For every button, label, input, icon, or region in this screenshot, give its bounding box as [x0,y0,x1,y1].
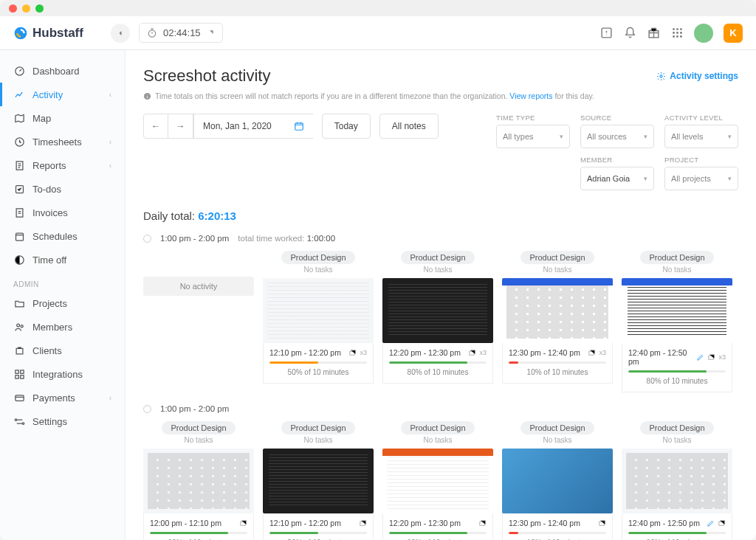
date-picker[interactable]: Mon, Jan 1, 2020 [193,114,313,139]
activity-bar [509,532,606,534]
block-range: 1:00 pm - 2:00 pm [160,404,229,413]
sidebar-item-invoices[interactable]: Invoices [0,201,125,224]
bell-icon[interactable] [623,27,636,40]
back-button[interactable] [111,24,130,43]
activity-bar [628,532,726,534]
source-select[interactable]: All sources▾ [580,125,654,148]
check-icon [13,183,25,195]
apps-grid-icon[interactable] [670,27,684,40]
filter-label: SOURCE [580,114,654,122]
screenshot-card[interactable]: Product Design No tasks 12:30 pm - 12:40… [502,420,613,540]
sidebar-item-clients[interactable]: Clients [0,339,125,362]
stopwatch-icon [147,28,157,38]
next-day-button[interactable]: → [168,114,193,139]
screenshot-thumbnail[interactable] [502,278,613,343]
edit-icon[interactable] [707,519,715,527]
screenshot-thumbnail[interactable] [263,449,374,513]
card-task-label: No tasks [502,436,613,444]
screenshot-thumbnail[interactable] [622,278,732,343]
timeoff-icon [13,254,25,266]
screenshot-thumbnail[interactable] [622,449,732,513]
sidebar-item-members[interactable]: Members [0,315,125,339]
screenshot-card[interactable]: Product Design No tasks 12:40 pm - 12:50… [622,420,732,540]
brand-name: Hubstaff [32,26,83,41]
screenshot-card[interactable]: Product Design No tasks 12:10 pm - 12:20… [263,420,374,540]
screenshot-thumbnail[interactable] [382,449,493,513]
user-avatar[interactable] [694,24,713,43]
sidebar-item-projects[interactable]: Projects [0,291,125,315]
brand-logo: Hubstaff [13,26,102,41]
svg-point-19 [16,324,19,327]
report-icon [13,159,25,171]
stack-icon [468,349,476,357]
view-reports-link[interactable]: View reports [509,91,552,100]
date-value: Mon, Jan 1, 2020 [203,121,272,131]
project-select[interactable]: All projects▾ [664,167,738,190]
sidebar-item-to-dos[interactable]: To-dos [0,177,125,201]
screenshot-card[interactable]: Product Design No tasks 12:20 pm - 12:30… [382,250,493,392]
member-select[interactable]: Adrian Goia▾ [580,167,654,190]
card-time-range: 12:40 pm - 12:50 pm [628,519,726,527]
sidebar-item-timesheets[interactable]: Timesheets ‹ [0,130,125,153]
screenshot-thumbnail[interactable] [502,449,613,513]
sidebar-item-activity[interactable]: Activity ‹ [0,83,125,106]
card-task-label: No tasks [502,266,613,274]
sidebar-item-payments[interactable]: Payments ‹ [0,386,125,409]
screenshot-card[interactable]: Product Design No tasks 12:40 pm - 12:50… [622,250,732,392]
time-type-select[interactable]: All types▾ [496,125,570,148]
help-icon[interactable] [599,27,613,40]
sidebar-item-label: Schedules [32,231,78,242]
screenshot-thumbnail[interactable] [263,278,374,343]
filter-label: PROJECT [664,156,738,164]
stack-icon [588,349,596,357]
screenshot-thumbnail[interactable] [143,449,254,513]
block-radio[interactable] [143,235,151,243]
card-project-tag: Product Design [281,251,354,264]
screenshot-card[interactable]: Product Design No tasks 12:20 pm - 12:30… [382,420,493,540]
minimize-window-icon[interactable] [22,4,30,13]
arrow-left-icon [116,29,125,38]
chevron-icon: ‹ [109,394,111,402]
block-meta: total time worked: 1:00:00 [238,234,335,243]
maximize-window-icon[interactable] [35,4,44,13]
settings-icon [13,415,25,427]
screenshot-thumbnail[interactable] [382,278,493,343]
sidebar-item-reports[interactable]: Reports ‹ [0,153,125,177]
svg-rect-29 [295,123,303,130]
svg-point-27 [660,75,662,77]
info-icon [143,92,151,100]
activity-bar [628,370,726,373]
sidebar-item-integrations[interactable]: Integrations [0,362,125,386]
svg-rect-25 [20,375,23,378]
sidebar-item-dashboard[interactable]: Dashboard [0,59,125,83]
screenshot-card[interactable]: Product Design No tasks 12:30 pm - 12:40… [502,250,613,392]
close-window-icon[interactable] [9,4,17,13]
prev-day-button[interactable]: ← [143,114,168,139]
org-badge[interactable]: K [724,24,743,43]
integrations-icon [13,368,25,380]
activity-level-select[interactable]: All levels▾ [664,125,738,148]
activity-settings-link[interactable]: Activity settings [656,71,738,81]
activity-bar [269,361,367,364]
filter-label: ACTIVITY LEVEL [664,114,738,122]
today-button[interactable]: Today [322,114,371,139]
sidebar-item-time-off[interactable]: Time off [0,248,125,271]
sidebar-item-schedules[interactable]: Schedules [0,224,125,248]
screenshot-card[interactable]: Product Design No tasks 12:00 pm - 12:10… [143,420,254,540]
svg-rect-22 [15,370,18,373]
timer-widget[interactable]: 02:44:15 [139,23,223,43]
block-radio[interactable] [143,405,151,413]
sidebar-item-settings[interactable]: Settings [0,409,125,433]
screenshot-card[interactable]: Product Design No tasks 12:10 pm - 12:20… [263,250,374,392]
external-arrow-icon [207,29,215,37]
chevron-icon: ‹ [109,91,111,99]
activity-bar [389,532,487,534]
thumb-count: x3 [718,353,726,361]
card-task-label: No tasks [263,436,374,444]
all-notes-button[interactable]: All notes [379,114,439,139]
svg-rect-21 [16,348,23,354]
edit-icon[interactable] [696,353,704,361]
sidebar-item-map[interactable]: Map [0,106,125,130]
gift-icon[interactable] [647,27,660,40]
time-block: 1:00 pm - 2:00 pm total time worked: 1:0… [143,234,738,392]
